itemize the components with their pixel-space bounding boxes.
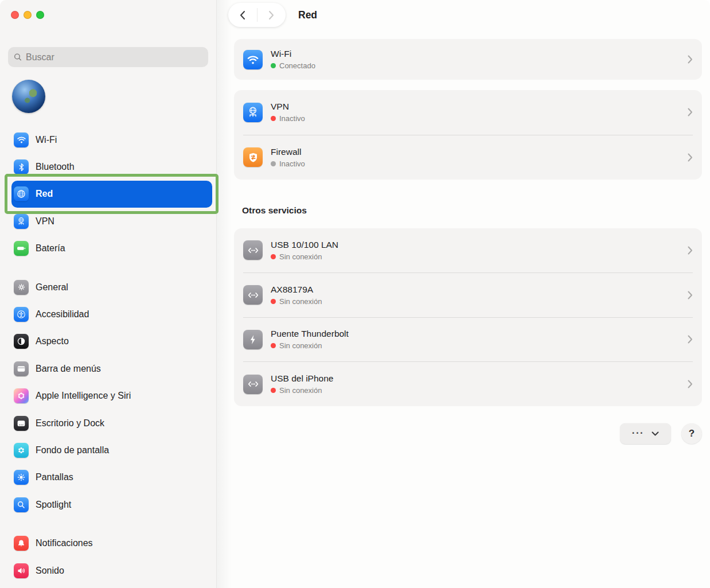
more-options-button[interactable]: ··· <box>620 423 671 444</box>
ethernet-icon <box>243 285 263 305</box>
menu-bar-icon <box>14 361 29 376</box>
sidebar-item-label: Pantallas <box>36 472 73 482</box>
close-button[interactable] <box>11 11 19 19</box>
sidebar-item-label: Fondo de pantalla <box>36 445 109 455</box>
main-content: Wi-Fi Conectado VPN Inactivo <box>234 0 702 588</box>
sidebar-item-spotlight[interactable]: Spotlight <box>11 491 212 518</box>
sound-speaker-icon <box>14 563 29 578</box>
wifi-icon <box>14 133 29 147</box>
appearance-contrast-icon <box>14 334 29 349</box>
chevron-right-icon <box>688 335 693 344</box>
sidebar-item-fondo-de-pantalla[interactable]: Fondo de pantalla <box>11 437 212 464</box>
thunderbolt-icon <box>243 330 263 349</box>
wifi-row[interactable]: Wi-Fi Conectado <box>234 39 702 80</box>
status-dot <box>271 116 276 121</box>
sidebar-item-general[interactable]: General <box>11 274 212 301</box>
status-dot <box>271 343 276 348</box>
sidebar-nav: Wi-Fi Bluetooth Red VPN Batería <box>11 126 212 584</box>
sidebar-item-escritorio-y-dock[interactable]: Escritorio y Dock <box>11 410 212 437</box>
sidebar-item-wifi[interactable]: Wi-Fi <box>11 126 212 153</box>
ethernet-icon <box>243 240 263 260</box>
sidebar-item-label: Sonido <box>36 566 64 576</box>
nav-back-forward <box>228 3 286 27</box>
bluetooth-icon <box>14 159 29 174</box>
globe-icon <box>14 186 29 201</box>
nav-group-divider <box>11 262 212 274</box>
ellipsis-icon: ··· <box>632 428 644 438</box>
desktop-dock-icon <box>14 416 29 431</box>
sidebar-item-sonido[interactable]: Sonido <box>11 557 212 584</box>
sidebar: Wi-Fi Bluetooth Red VPN Batería <box>0 0 217 588</box>
chevron-right-icon <box>688 291 693 299</box>
sidebar-item-label: Apple Intelligence y Siri <box>36 391 131 401</box>
sidebar-item-bluetooth[interactable]: Bluetooth <box>11 153 212 180</box>
vpn-firewall-card: VPN Inactivo Firewall Inactivo <box>234 90 702 180</box>
sidebar-item-barra-de-menus[interactable]: Barra de menús <box>11 355 212 382</box>
status-text: Sin conexión <box>279 252 322 261</box>
status-text: Inactivo <box>279 114 305 123</box>
iphone-usb-row[interactable]: USB del iPhone Sin conexión <box>234 362 702 406</box>
vpn-row[interactable]: VPN Inactivo <box>234 90 702 135</box>
zoom-button[interactable] <box>36 11 44 19</box>
chevron-down-icon <box>652 431 659 437</box>
help-button[interactable]: ? <box>681 423 702 444</box>
sidebar-item-label: Aspecto <box>36 336 69 346</box>
sidebar-item-pantallas[interactable]: Pantallas <box>11 464 212 491</box>
sidebar-item-accesibilidad[interactable]: Accesibilidad <box>11 301 212 328</box>
chevron-right-icon <box>688 246 693 255</box>
chevron-right-icon <box>688 108 693 116</box>
row-title: AX88179A <box>271 285 680 295</box>
sidebar-item-aspecto[interactable]: Aspecto <box>11 328 212 355</box>
section-title: Otros servicios <box>242 205 307 216</box>
sidebar-item-label: Wi-Fi <box>36 135 57 145</box>
avatar[interactable] <box>12 80 45 113</box>
thunderbolt-bridge-row[interactable]: Puente Thunderbolt Sin conexión <box>234 318 702 362</box>
search-icon <box>14 53 22 61</box>
sidebar-item-bateria[interactable]: Batería <box>11 235 212 262</box>
wallpaper-flower-icon <box>14 443 29 458</box>
sidebar-item-label: Batería <box>36 243 65 254</box>
sidebar-item-label: Accesibilidad <box>36 309 89 320</box>
main-pane: Red Wi-Fi Conectado VPN <box>217 0 710 588</box>
accessibility-icon <box>14 307 29 322</box>
firewall-shield-icon <box>243 147 263 167</box>
sidebar-item-label: Red <box>36 189 53 199</box>
status-dot <box>271 63 276 68</box>
sidebar-item-notificaciones[interactable]: Notificaciones <box>11 529 212 556</box>
status-text: Conectado <box>279 61 315 70</box>
search-field[interactable] <box>8 47 208 67</box>
forward-button[interactable] <box>258 3 286 27</box>
sidebar-item-red[interactable]: Red <box>11 181 212 208</box>
row-title: USB del iPhone <box>271 373 680 384</box>
sidebar-item-label: Spotlight <box>36 500 71 510</box>
chevron-right-icon <box>688 380 693 388</box>
status-dot <box>271 388 276 393</box>
firewall-row[interactable]: Firewall Inactivo <box>234 135 702 180</box>
row-title: Wi-Fi <box>271 49 680 59</box>
system-settings-window: Wi-Fi Bluetooth Red VPN Batería <box>0 0 710 588</box>
ax88179a-row[interactable]: AX88179A Sin conexión <box>234 273 702 317</box>
search-input[interactable] <box>26 52 202 63</box>
sidebar-item-label: Escritorio y Dock <box>36 418 104 429</box>
status-text: Sin conexión <box>279 341 322 350</box>
other-services-card: USB 10/100 LAN Sin conexión AX88179A Sin… <box>234 228 702 406</box>
wifi-card: Wi-Fi Conectado <box>234 39 702 80</box>
sidebar-item-label: General <box>36 282 68 293</box>
vpn-globe-icon <box>14 214 29 229</box>
apple-intelligence-icon <box>14 388 29 403</box>
row-title: Puente Thunderbolt <box>271 329 680 339</box>
footer-actions: ··· ? <box>620 423 702 444</box>
minimize-button[interactable] <box>24 11 32 19</box>
row-title: USB 10/100 LAN <box>271 240 680 250</box>
sidebar-item-apple-intelligence-y-siri[interactable]: Apple Intelligence y Siri <box>11 383 212 410</box>
status-text: Inactivo <box>279 159 305 168</box>
back-button[interactable] <box>228 3 257 27</box>
usb-lan-row[interactable]: USB 10/100 LAN Sin conexión <box>234 228 702 272</box>
chevron-left-icon <box>239 10 246 20</box>
status-text: Sin conexión <box>279 386 322 395</box>
status-dot <box>271 161 276 166</box>
sidebar-item-vpn[interactable]: VPN <box>11 208 212 235</box>
sidebar-item-label: Notificaciones <box>36 538 93 548</box>
status-dot <box>271 299 276 304</box>
row-title: Firewall <box>271 147 680 157</box>
